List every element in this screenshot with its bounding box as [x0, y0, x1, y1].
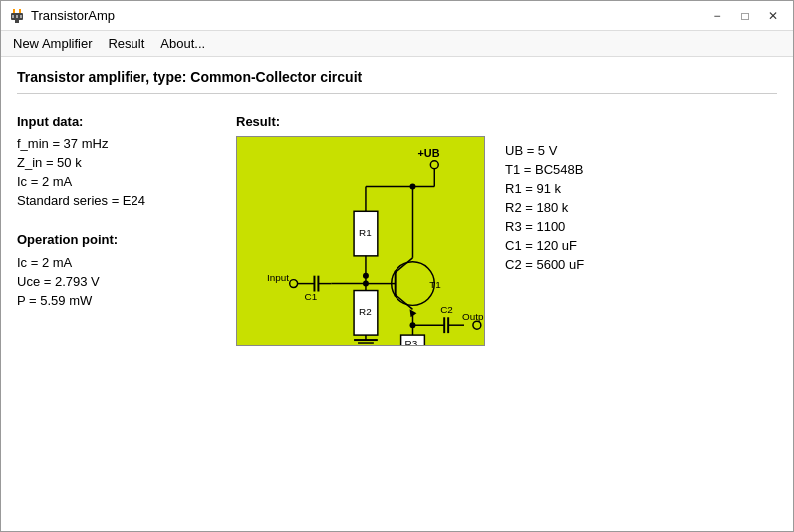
- op-line-1: Uce = 2.793 V: [17, 274, 216, 289]
- input-data-label: Input data:: [17, 114, 216, 129]
- results-panel: UB = 5 V T1 = BC548B R1 = 91 k R2 = 180 …: [505, 143, 635, 346]
- svg-line-36: [396, 294, 413, 309]
- circuit-svg: +UB R1: [237, 137, 484, 345]
- svg-line-35: [396, 258, 413, 273]
- op-line-0: Ic = 2 mA: [17, 255, 216, 270]
- app-icon: [9, 8, 25, 24]
- result-line-0: UB = 5 V: [505, 143, 635, 158]
- svg-point-33: [392, 262, 435, 306]
- svg-text:R1: R1: [359, 227, 372, 238]
- svg-text:R2: R2: [359, 306, 372, 317]
- result-line-2: R1 = 91 k: [505, 181, 635, 196]
- content-area: Transistor amplifier, type: Common-Colle…: [1, 57, 793, 531]
- result-section: Result: +UB: [236, 114, 485, 346]
- svg-rect-4: [12, 15, 14, 18]
- svg-text:Input: Input: [267, 272, 289, 283]
- input-line-2: Ic = 2 mA: [17, 174, 216, 189]
- menu-new-amplifier[interactable]: New Amplifier: [5, 34, 100, 53]
- input-line-3: Standard series = E24: [17, 193, 216, 208]
- svg-text:+UB: +UB: [417, 147, 439, 159]
- svg-text:C2: C2: [440, 304, 453, 315]
- input-line-0: f_min = 37 mHz: [17, 136, 216, 151]
- left-panel: Input data: f_min = 37 mHz Z_in = 50 k I…: [17, 114, 216, 346]
- circuit-diagram: +UB R1: [236, 136, 485, 346]
- svg-text:R3: R3: [405, 338, 418, 345]
- result-line-4: R3 = 1100: [505, 219, 635, 234]
- result-line-3: R2 = 180 k: [505, 200, 635, 215]
- main-window: TransistorAmp − □ ✕ New Amplifier Result…: [0, 0, 794, 532]
- title-bar: TransistorAmp − □ ✕: [1, 1, 793, 31]
- maximize-button[interactable]: □: [733, 6, 757, 26]
- svg-rect-6: [20, 15, 22, 18]
- result-label: Result:: [236, 114, 485, 129]
- svg-text:Output: Output: [462, 311, 484, 322]
- svg-point-56: [473, 321, 481, 329]
- title-bar-left: TransistorAmp: [9, 8, 115, 24]
- result-line-1: T1 = BC548B: [505, 162, 635, 177]
- close-button[interactable]: ✕: [761, 6, 785, 26]
- svg-text:T1: T1: [429, 279, 441, 290]
- minimize-button[interactable]: −: [705, 6, 729, 26]
- svg-rect-0: [13, 9, 15, 13]
- menu-about[interactable]: About...: [152, 34, 213, 53]
- op-line-2: P = 5.59 mW: [17, 293, 216, 308]
- main-layout: Input data: f_min = 37 mHz Z_in = 50 k I…: [17, 114, 777, 346]
- svg-rect-3: [15, 19, 19, 23]
- svg-point-40: [410, 184, 416, 190]
- input-line-1: Z_in = 50 k: [17, 155, 216, 170]
- svg-text:C1: C1: [305, 291, 318, 302]
- window-title: TransistorAmp: [31, 8, 115, 23]
- menu-result[interactable]: Result: [100, 34, 152, 53]
- menu-bar: New Amplifier Result About...: [1, 31, 793, 57]
- operation-point-label: Operation point:: [17, 232, 216, 247]
- right-panel: Result: +UB: [236, 114, 777, 346]
- svg-point-8: [430, 161, 438, 169]
- result-line-6: C2 = 5600 uF: [505, 257, 635, 272]
- svg-rect-5: [16, 15, 18, 18]
- result-line-5: C1 = 120 uF: [505, 238, 635, 253]
- window-controls: − □ ✕: [705, 6, 785, 26]
- page-title: Transistor amplifier, type: Common-Colle…: [17, 69, 777, 94]
- svg-rect-1: [19, 9, 21, 13]
- svg-point-24: [290, 280, 298, 288]
